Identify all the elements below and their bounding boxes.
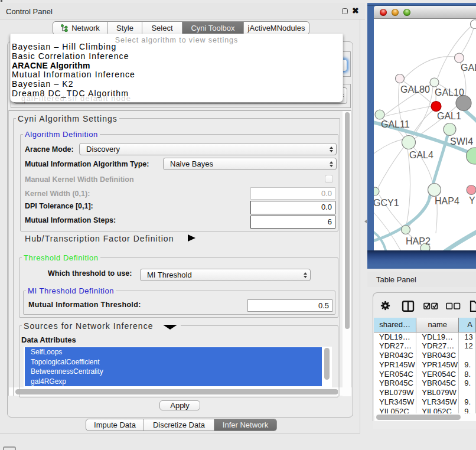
svg-text:Y: Y	[469, 195, 475, 206]
svg-text:HAP2: HAP2	[406, 236, 431, 246]
svg-text:GCY1: GCY1	[374, 198, 399, 208]
svg-text:GAL11: GAL11	[381, 119, 410, 129]
svg-text:GAL: GAL	[461, 63, 476, 73]
svg-text:SWI4: SWI4	[450, 136, 473, 146]
svg-text:GAL80: GAL80	[400, 84, 430, 94]
svg-text:GAL1: GAL1	[437, 111, 461, 121]
svg-text:GAL10: GAL10	[435, 87, 464, 97]
svg-text:GAL4: GAL4	[409, 150, 433, 160]
svg-text:HAP4: HAP4	[435, 196, 459, 206]
